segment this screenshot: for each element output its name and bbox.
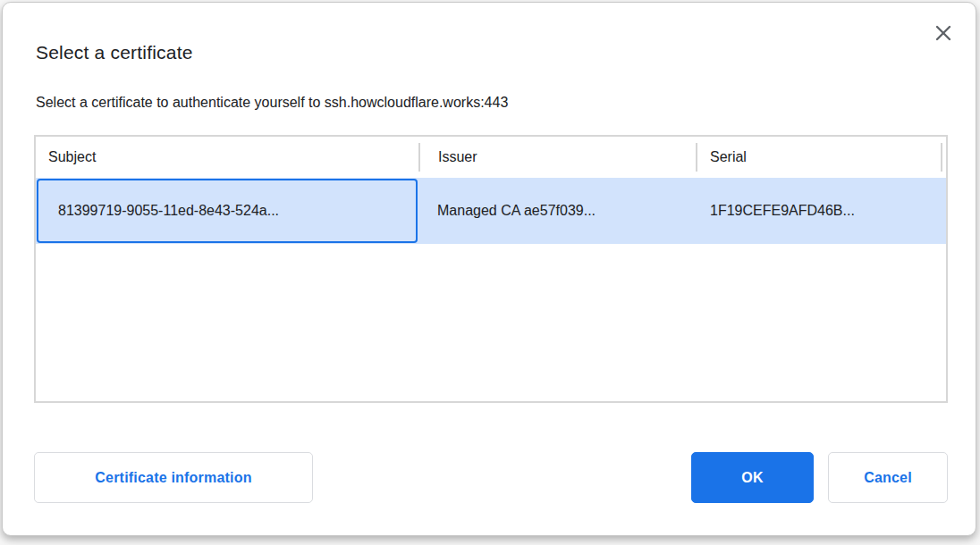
dialog-title: Select a certificate xyxy=(36,42,193,63)
column-header-serial: Serial xyxy=(696,149,946,165)
certificate-subject-cell[interactable]: 81399719-9055-11ed-8e43-524a... xyxy=(37,179,418,243)
close-button[interactable] xyxy=(932,21,955,45)
certificate-table: Subject Issuer Serial 81399719-9055-11ed… xyxy=(34,135,948,403)
column-divider xyxy=(418,143,420,172)
column-header-subject: Subject xyxy=(36,149,418,165)
certificate-issuer-cell[interactable]: Managed CA ae57f039... xyxy=(418,178,696,244)
close-icon xyxy=(934,23,953,43)
certificate-select-dialog: Select a certificate Select a certificat… xyxy=(2,2,976,536)
certificate-information-button[interactable]: Certificate information xyxy=(34,452,313,503)
column-divider xyxy=(696,143,697,172)
cancel-button[interactable]: Cancel xyxy=(828,452,948,503)
column-header-issuer: Issuer xyxy=(418,149,696,165)
table-header-row: Subject Issuer Serial xyxy=(36,137,946,178)
dialog-subtitle: Select a certificate to authenticate you… xyxy=(36,95,508,111)
ok-button[interactable]: OK xyxy=(691,452,814,503)
certificate-row-selected[interactable]: 81399719-9055-11ed-8e43-524a... Managed … xyxy=(36,178,946,244)
column-divider xyxy=(941,143,942,172)
certificate-serial-cell[interactable]: 1F19CEFE9AFD46B... xyxy=(696,178,946,244)
